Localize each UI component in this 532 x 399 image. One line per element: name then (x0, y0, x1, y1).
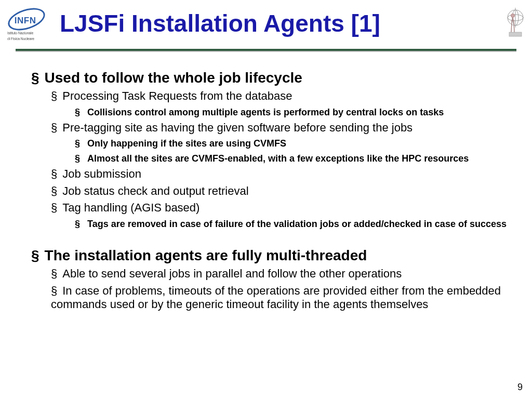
bullet-text: Only happening if the sites are using CV… (87, 138, 286, 149)
title-divider (16, 49, 516, 51)
bullet-l2: Tag handling (AGIS based) Tags are remov… (51, 201, 511, 230)
bullet-l3: Collisions control among multiple agents… (75, 107, 511, 118)
infn-logo: INFN Istituto Nazionale di Fisica Nuclea… (7, 9, 52, 41)
infn-logo-sub1: Istituto Nazionale (7, 31, 52, 35)
slide-body: Used to follow the whole job lifecycle P… (31, 68, 511, 317)
bullet-l2: Job status check and output retrieval (51, 184, 511, 198)
bullet-text: Job status check and output retrieval (62, 184, 248, 197)
bullet-text: Tag handling (AGIS based) (62, 201, 200, 214)
atlas-logo (505, 5, 526, 42)
bullet-text: Processing Task Requests from the databa… (62, 89, 292, 102)
bullet-l2: Pre-tagging site as having the given sof… (51, 121, 511, 164)
infn-logo-oval: INFN (5, 4, 48, 34)
bullet-l1: The installation agents are fully multi-… (31, 247, 511, 311)
infn-logo-text: INFN (15, 16, 36, 26)
bullet-text: In case of problems, timeouts of the ope… (51, 284, 501, 311)
bullet-text: Collisions control among multiple agents… (87, 107, 444, 117)
bullet-text: Used to follow the whole job lifecycle (45, 70, 302, 86)
bullet-l2: Processing Task Requests from the databa… (51, 89, 511, 118)
bullet-text: Job submission (62, 167, 141, 180)
bullet-text: Tags are removed in case of failure of t… (87, 219, 507, 229)
slide: INFN Istituto Nazionale di Fisica Nuclea… (0, 0, 532, 399)
infn-logo-sub2: di Fisica Nucleare (7, 37, 52, 41)
bullet-text: The installation agents are fully multi-… (45, 247, 367, 263)
bullet-text: Pre-tagging site as having the given sof… (62, 121, 413, 134)
bullet-l2: Job submission (51, 167, 511, 181)
svg-point-4 (511, 14, 515, 18)
bullet-text: Able to send several jobs in parallel an… (62, 267, 402, 280)
bullet-l1: Used to follow the whole job lifecycle P… (31, 70, 511, 230)
globe-icon (505, 5, 526, 42)
svg-rect-5 (509, 32, 522, 36)
page-number: 9 (517, 382, 523, 393)
bullet-l3: Almost all the sites are CVMFS-enabled, … (75, 153, 511, 165)
bullet-text: Almost all the sites are CVMFS-enabled, … (87, 153, 469, 164)
bullet-l2: In case of problems, timeouts of the ope… (51, 284, 511, 312)
slide-title: LJSFi Installation Agents [1] (60, 9, 496, 37)
bullet-l2: Able to send several jobs in parallel an… (51, 267, 511, 281)
bullet-l3: Tags are removed in case of failure of t… (75, 218, 511, 230)
bullet-l3: Only happening if the sites are using CV… (75, 138, 511, 150)
